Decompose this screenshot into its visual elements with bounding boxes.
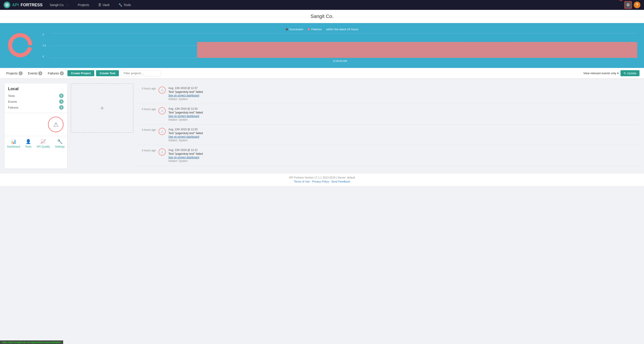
navbar: APIFORTRESS Sangit Co. → Projects 🗄 Vaul… — [0, 0, 644, 10]
navbar-vault[interactable]: 🗄 Vault — [96, 2, 111, 8]
event-initiator-2: Initiator: System — [168, 139, 640, 142]
page-title: Sangit Co. — [0, 10, 644, 23]
failures-count: 4 — [59, 105, 64, 110]
update-label: Update — [627, 72, 636, 75]
event-warning-icon-2: ⚠ — [158, 128, 166, 135]
event-detail-3: Aug, 12th 2019 @ 12:12 Test "pagerduty t… — [168, 148, 640, 162]
svg-point-1 — [6, 4, 8, 6]
terms-link[interactable]: Terms of Use — [294, 180, 310, 183]
tab-events[interactable]: Events 4 — [26, 70, 44, 76]
chevron-down-icon: ▾ — [617, 72, 619, 75]
navbar-tools-label: Tools — [124, 3, 131, 7]
api-quality-icon: 📈 — [40, 139, 46, 144]
add-project-plus-icon: + — [100, 104, 104, 112]
donut-chart — [7, 32, 34, 59]
navbar-projects[interactable]: Projects — [76, 2, 91, 8]
brand-logo-area: APIFORTRESS — [4, 2, 42, 8]
tests-label: Tests — [25, 145, 31, 148]
event-initiator-1: Initiator: System — [168, 118, 640, 121]
dashboard-action[interactable]: 📊 Dashboard — [7, 139, 20, 148]
x-label: 12:00:00.000 — [333, 60, 347, 62]
tab-events-badge: 4 — [38, 71, 42, 75]
event-time-2: 4 hours ago — [138, 128, 156, 131]
brand-logo — [4, 2, 10, 8]
tab-failures[interactable]: Failures 4 — [46, 70, 66, 76]
event-timestamp-2: Aug, 12th 2019 @ 12:20 — [168, 128, 640, 131]
navbar-tools[interactable]: 🔧 Tools — [117, 2, 133, 8]
project-card-actions: 📊 Dashboard 👤 Tests 📈 API Quality 🔧 Sett… — [4, 136, 67, 151]
update-button[interactable]: ↻ Update — [620, 70, 640, 76]
failure-dot — [308, 28, 310, 31]
project-card-local: Local Tests 5 Events 4 Failures 4 ⚠ — [4, 83, 67, 169]
create-project-button[interactable]: Create Project — [68, 70, 94, 76]
view-relevant-label: View relevant events only — [583, 72, 616, 75]
legend-successes: Successes — [286, 28, 304, 31]
bar-chart: 5 2.5 0 12:00:00.000 — [42, 33, 637, 62]
project-stats: Tests 5 Events 4 Failures 4 — [8, 94, 64, 110]
help-button[interactable]: ? — [634, 2, 640, 8]
y-label-2-5: 2.5 — [42, 44, 49, 47]
gear-btn-container: ➜ ⚙ — [624, 1, 632, 9]
tests-icon: 👤 — [26, 139, 31, 144]
tools-icon: 🔧 — [118, 3, 122, 7]
navbar-arrow-icon: → — [66, 3, 69, 7]
feedback-link[interactable]: Send Feedback — [331, 180, 350, 183]
tab-events-label: Events — [28, 72, 38, 75]
event-timestamp-3: Aug, 12th 2019 @ 12:12 — [168, 148, 640, 151]
event-detail-2: Aug, 12th 2019 @ 12:20 Test "pagerduty t… — [168, 128, 640, 142]
create-test-button[interactable]: Create Test — [96, 70, 119, 76]
event-dashboard-link-3[interactable]: See on project dashboard — [168, 156, 640, 159]
project-card-body: ⚠ — [4, 113, 67, 136]
event-detail-0: Aug, 12th 2019 @ 12:37 Test "pagerduty t… — [168, 87, 640, 101]
add-project-card[interactable]: + — [71, 83, 134, 133]
y-label-5: 5 — [42, 33, 49, 36]
event-row-1: 4 hours ago ⚠ Aug, 12th 2019 @ 12:34 Tes… — [138, 104, 640, 125]
settings-label: Settings — [55, 145, 64, 148]
event-warning-icon-0: ⚠ — [158, 87, 166, 94]
gear-icon: ⚙ — [626, 3, 630, 8]
navbar-company[interactable]: Sangit Co. → — [48, 2, 70, 8]
event-warning-icon-1: ⚠ — [158, 107, 166, 114]
legend-period: within the latest 24 hours — [326, 28, 358, 31]
tab-failures-badge: 4 — [60, 71, 64, 75]
event-title-2: Test "pagerduty test" failed — [168, 131, 640, 135]
event-timestamp-0: Aug, 12th 2019 @ 12:37 — [168, 87, 640, 90]
failure-bar — [197, 42, 637, 58]
event-row-2: 4 hours ago ⚠ Aug, 12th 2019 @ 12:20 Tes… — [138, 125, 640, 145]
vault-icon: 🗄 — [98, 3, 101, 7]
events-panel: 3 hours ago ⚠ Aug, 12th 2019 @ 12:37 Tes… — [138, 83, 640, 169]
footer: API Fortress Version 17.1.1 2013-2019 | … — [0, 173, 644, 186]
navbar-right: ➜ ⚙ ? — [624, 1, 640, 9]
tests-action[interactable]: 👤 Tests — [25, 139, 31, 148]
events-count: 4 — [59, 99, 64, 104]
filter-projects-input[interactable] — [121, 70, 161, 76]
page-title-text: Sangit Co. — [310, 14, 334, 19]
api-quality-action[interactable]: 📈 API Quality — [36, 139, 50, 148]
event-dashboard-link-0[interactable]: See on project dashboard — [168, 94, 640, 97]
failures-label: Failures — [8, 106, 18, 109]
event-time-1: 4 hours ago — [138, 107, 156, 111]
settings-icon: 🔧 — [57, 139, 63, 144]
event-detail-1: Aug, 12th 2019 @ 12:34 Test "pagerduty t… — [168, 107, 640, 121]
event-dashboard-link-1[interactable]: See on project dashboard — [168, 115, 640, 118]
refresh-icon: ↻ — [624, 72, 626, 75]
settings-action[interactable]: 🔧 Settings — [55, 139, 64, 148]
dashboard-label: Dashboard — [7, 145, 20, 148]
tabs-bar: Projects 1 Events 4 Failures 4 Create Pr… — [0, 68, 644, 79]
settings-button[interactable]: ⚙ — [624, 1, 632, 9]
event-initiator-0: Initiator: System — [168, 98, 640, 101]
legend-successes-label: Successes — [289, 28, 304, 31]
tests-count: 5 — [59, 94, 64, 98]
view-relevant-toggle[interactable]: View relevant events only ▾ — [583, 72, 619, 75]
tab-failures-label: Failures — [48, 72, 59, 75]
tab-projects[interactable]: Projects 1 — [4, 70, 24, 76]
event-title-0: Test "pagerduty test" failed — [168, 90, 640, 94]
event-row-0: 3 hours ago ⚠ Aug, 12th 2019 @ 12:37 Tes… — [138, 83, 640, 104]
stat-row-events: Events 4 — [8, 99, 64, 104]
event-dashboard-link-2[interactable]: See on project dashboard — [168, 135, 640, 138]
chart-plot-area — [50, 33, 637, 58]
stat-row-failures: Failures 4 — [8, 105, 64, 110]
privacy-link[interactable]: Privacy Policy — [312, 180, 329, 183]
events-label: Events — [8, 100, 17, 103]
event-initiator-3: Initiator: System — [168, 159, 640, 162]
